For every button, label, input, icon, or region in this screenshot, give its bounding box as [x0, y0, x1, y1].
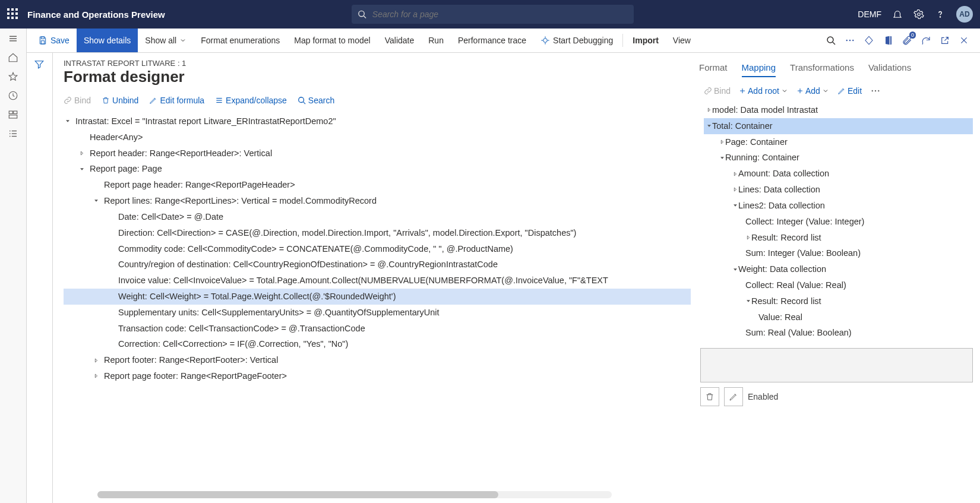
expand-arrow-icon[interactable]: [732, 186, 738, 192]
mapping-tree-node[interactable]: Amount: Data collection: [704, 166, 973, 182]
format-tree-node[interactable]: Report page: Page: [64, 161, 691, 177]
mapping-tree-node[interactable]: Collect: Real (Value: Real): [704, 277, 973, 293]
app-launcher-icon[interactable]: [7, 8, 19, 20]
expand-arrow-icon[interactable]: [719, 139, 725, 145]
expand-arrow-icon[interactable]: [92, 356, 100, 365]
cmd-search-icon[interactable]: [826, 35, 836, 46]
format-tree-node[interactable]: Correction: Cell<Correction> = IF(@.Corr…: [64, 336, 691, 352]
mapping-tree-node[interactable]: model: Data model Intrastat: [704, 102, 973, 118]
validate-button[interactable]: Validate: [378, 29, 422, 52]
filter-icon[interactable]: [34, 59, 45, 503]
mapping-tree-node[interactable]: Total: Container: [704, 118, 973, 134]
mapping-tree-node[interactable]: Weight: Data collection: [704, 261, 973, 277]
mapping-tree-node[interactable]: Page: Container: [704, 134, 973, 150]
expand-arrow-icon[interactable]: [732, 267, 738, 273]
mapping-tree-node[interactable]: Value: Real: [704, 309, 973, 325]
show-all-button[interactable]: Show all: [138, 29, 194, 52]
format-enumerations-button[interactable]: Format enumerations: [194, 29, 287, 52]
expand-arrow-icon[interactable]: [64, 117, 72, 125]
mapping-tree-node[interactable]: Running: Container: [704, 150, 973, 166]
diamond-icon[interactable]: [864, 35, 874, 46]
mapping-more-button[interactable]: [870, 86, 881, 96]
format-tree-node[interactable]: Commodity code: Cell<CommodityCode> = CO…: [64, 241, 691, 257]
modules-icon[interactable]: [8, 128, 18, 139]
expand-arrow-icon[interactable]: [78, 149, 86, 157]
expand-collapse-button[interactable]: Expand/collapse: [215, 96, 287, 105]
mapping-tree-node[interactable]: Sum: Integer (Value: Boolean): [704, 245, 973, 261]
format-tree-node[interactable]: Country/region of destination: Cell<Coun…: [64, 257, 691, 273]
run-button[interactable]: Run: [421, 29, 451, 52]
format-tree-node[interactable]: Weight: Cell<Weight> = Total.Page.Weight…: [64, 289, 691, 305]
format-tree-node[interactable]: Header<Any>: [64, 129, 691, 145]
bell-icon[interactable]: [892, 9, 903, 20]
format-tree-node[interactable]: Transaction code: Cell<TransactionCode> …: [64, 321, 691, 337]
show-details-button[interactable]: Show details: [77, 29, 138, 52]
format-tree-node[interactable]: Report lines: Range<ReportLines>: Vertic…: [64, 193, 691, 209]
format-tree-node[interactable]: Report footer: Range<ReportFooter>: Vert…: [64, 352, 691, 368]
view-button[interactable]: View: [666, 29, 698, 52]
scrollbar-horizontal[interactable]: [97, 491, 612, 498]
tree-search-button[interactable]: Search: [298, 96, 334, 105]
format-tree-node[interactable]: Report header: Range<ReportHeader>: Vert…: [64, 145, 691, 162]
bind-button[interactable]: Bind: [64, 96, 91, 105]
office-icon[interactable]: [883, 35, 893, 46]
format-tree[interactable]: Intrastat: Excel = "Intrastat report Lit…: [53, 111, 697, 390]
expand-arrow-icon[interactable]: [719, 155, 725, 161]
start-debugging-button[interactable]: Start Debugging: [533, 29, 620, 52]
tab-format[interactable]: Format: [699, 59, 728, 77]
mapping-tree-node[interactable]: Result: Record list: [704, 230, 973, 246]
format-tree-node[interactable]: Report page header: Range<ReportPageHead…: [64, 177, 691, 193]
star-icon[interactable]: [8, 71, 18, 82]
expand-arrow-icon[interactable]: [732, 203, 738, 208]
add-root-button[interactable]: Add root: [739, 86, 788, 96]
expand-arrow-icon[interactable]: [732, 171, 738, 177]
recent-icon[interactable]: [8, 90, 18, 101]
format-tree-node[interactable]: Supplementary units: Cell<SupplementaryU…: [64, 305, 691, 321]
unbind-button[interactable]: Unbind: [102, 96, 138, 105]
expand-arrow-icon[interactable]: [745, 235, 751, 241]
mapping-tree-node[interactable]: Lines2: Data collection: [704, 198, 973, 214]
close-icon[interactable]: [959, 35, 969, 46]
save-button[interactable]: Save: [31, 29, 77, 52]
tab-transformations[interactable]: Transformations: [790, 59, 854, 77]
attachments-icon[interactable]: 0: [902, 35, 912, 46]
mapping-tree-node[interactable]: Sum: Real (Value: Boolean): [704, 325, 973, 341]
mapping-tree[interactable]: model: Data model IntrastatTotal: Contai…: [697, 102, 973, 344]
expand-arrow-icon[interactable]: [78, 165, 86, 173]
expand-arrow-icon[interactable]: [706, 123, 712, 129]
import-button[interactable]: Import: [625, 29, 666, 52]
expand-arrow-icon[interactable]: [92, 372, 100, 380]
expand-arrow-icon[interactable]: [92, 197, 100, 205]
format-tree-node[interactable]: Invoice value: Cell<InvoiceValue> = Tota…: [64, 273, 691, 289]
performance-trace-button[interactable]: Performance trace: [451, 29, 533, 52]
add-button[interactable]: Add: [796, 86, 829, 96]
edit-formula-icon-button[interactable]: [724, 387, 743, 406]
format-tree-node[interactable]: Report page footer: Range<ReportPageFoot…: [64, 368, 691, 384]
tab-mapping[interactable]: Mapping: [742, 59, 776, 77]
gear-icon[interactable]: [913, 9, 924, 20]
format-tree-node[interactable]: Date: Cell<Date> = @.Date: [64, 209, 691, 225]
mapping-tree-node[interactable]: Lines: Data collection: [704, 182, 973, 198]
tab-validations[interactable]: Validations: [868, 59, 911, 77]
help-icon[interactable]: [935, 9, 946, 20]
mapping-tree-node[interactable]: Result: Record list: [704, 293, 973, 309]
expand-arrow-icon[interactable]: [706, 107, 712, 113]
company-label[interactable]: DEMF: [858, 10, 881, 19]
mapping-bind-button[interactable]: Bind: [704, 86, 731, 96]
format-tree-node[interactable]: Intrastat: Excel = "Intrastat report Lit…: [64, 113, 691, 129]
more-icon[interactable]: [845, 35, 855, 46]
delete-formula-button[interactable]: [700, 387, 719, 406]
expand-arrow-icon[interactable]: [745, 298, 751, 304]
workspace-icon[interactable]: [8, 109, 18, 120]
edit-button[interactable]: Edit: [837, 86, 862, 96]
avatar[interactable]: AD: [956, 6, 973, 23]
edit-formula-button[interactable]: Edit formula: [149, 96, 204, 105]
map-format-button[interactable]: Map format to model: [287, 29, 377, 52]
global-search-input[interactable]: [371, 9, 628, 20]
formula-box[interactable]: [700, 348, 973, 382]
popout-icon[interactable]: [940, 35, 950, 46]
refresh-icon[interactable]: [921, 35, 931, 46]
global-search[interactable]: [352, 5, 634, 24]
format-tree-node[interactable]: Direction: Cell<Direction> = CASE(@.Dire…: [64, 225, 691, 241]
mapping-tree-node[interactable]: Collect: Integer (Value: Integer): [704, 214, 973, 230]
